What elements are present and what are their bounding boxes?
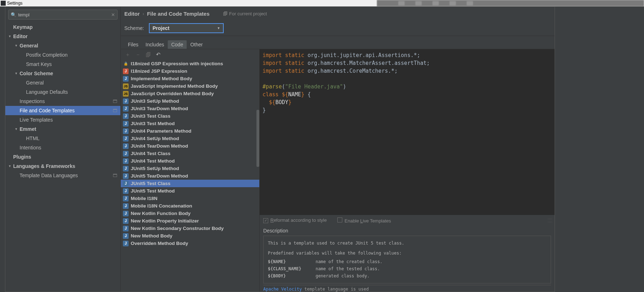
- template-row[interactable]: JJUnit5 Test Class: [121, 180, 259, 187]
- tree-item[interactable]: ▼Color Scheme: [5, 69, 120, 78]
- template-row[interactable]: JJUnit5 SetUp Method: [121, 165, 259, 172]
- tab-code[interactable]: Code: [168, 40, 187, 49]
- template-label: JavaScript Overridden Method Body: [131, 91, 214, 96]
- disclosure-arrow-icon: ▼: [15, 127, 19, 131]
- template-code-editor[interactable]: import static org.junit.jupiter.api.Asse…: [260, 49, 555, 215]
- tree-item[interactable]: Smart Keys: [5, 60, 120, 69]
- add-button[interactable]: ＋: [125, 51, 130, 58]
- template-row[interactable]: JJUnit4 Parameters Method: [121, 127, 259, 135]
- template-label: Overridden Method Body: [131, 241, 188, 246]
- java-file-icon: J: [123, 158, 129, 164]
- search-field-wrap[interactable]: 🔍 ✕: [8, 10, 118, 20]
- template-row[interactable]: JImplemented Method Body: [121, 75, 259, 82]
- copy-button[interactable]: 🗐: [146, 52, 151, 58]
- tab-other[interactable]: Other: [187, 40, 206, 49]
- settings-sidebar: 🔍 ✕ Keymap▼Editor▼GeneralPostfix Complet…: [5, 7, 121, 292]
- template-row[interactable]: JMobile I18N: [121, 195, 259, 202]
- description-box: This is a template used to create JUnit …: [263, 236, 551, 283]
- remove-button[interactable]: －: [135, 51, 141, 58]
- variable-value: name of the tested class.: [316, 265, 383, 272]
- template-row[interactable]: JMobile I18N Concatenation: [121, 202, 259, 210]
- template-row[interactable]: JJUnit4 Test Class: [121, 150, 259, 157]
- svg-rect-5: [113, 174, 117, 175]
- template-label: JUnit3 TearDown Method: [131, 106, 188, 111]
- variable-row: ${BODY}generated class body.: [268, 272, 383, 280]
- resize-grip-icon[interactable]: ::::::::: [548, 217, 552, 224]
- tree-item-label: Template Data Languages: [20, 173, 78, 178]
- tree-item[interactable]: File and Code Templates: [5, 106, 120, 115]
- template-row[interactable]: JJUnit5 Test Method: [121, 187, 259, 195]
- settings-dialog: 🔍 ✕ Keymap▼Editor▼GeneralPostfix Complet…: [5, 6, 555, 292]
- template-row[interactable]: JJUnit4 SetUp Method: [121, 135, 259, 142]
- template-row[interactable]: JJUnit3 Test Method: [121, 120, 259, 127]
- disclosure-arrow-icon: ▼: [8, 164, 12, 168]
- tree-item[interactable]: HTML: [5, 134, 120, 143]
- language-note-rest: template language is used: [302, 287, 369, 292]
- template-row[interactable]: JSJavaScript Implemented Method Body: [121, 82, 259, 90]
- template-label: JUnit3 SetUp Method: [131, 98, 179, 104]
- tree-item[interactable]: Intentions: [5, 143, 120, 152]
- tree-item[interactable]: ▼Emmet: [5, 124, 120, 134]
- checkbox-icon: [337, 217, 342, 222]
- template-row[interactable]: 🔒I18nized GSP Expression with injections: [121, 60, 259, 67]
- template-row[interactable]: JI18nized JSP Expression: [121, 67, 259, 75]
- template-list[interactable]: 🔒I18nized GSP Expression with injections…: [121, 60, 259, 292]
- java-file-icon: J: [123, 151, 129, 157]
- tab-files[interactable]: Files: [124, 40, 142, 49]
- tree-item-label: Plugins: [13, 154, 31, 160]
- variable-table: ${NAME}name of the created class.${CLASS…: [268, 258, 383, 280]
- template-row[interactable]: JJUnit3 SetUp Method: [121, 97, 259, 105]
- template-row[interactable]: JJUnit3 TearDown Method: [121, 105, 259, 112]
- breadcrumb-sep-icon: ›: [142, 11, 144, 16]
- tree-item[interactable]: Live Templates: [5, 115, 120, 124]
- clear-search-icon[interactable]: ✕: [111, 12, 115, 17]
- template-row[interactable]: JNew Kotlin Property Initializer: [121, 217, 259, 225]
- settings-tree[interactable]: Keymap▼Editor▼GeneralPostfix CompletionS…: [5, 22, 120, 292]
- js-file-icon: JS: [123, 91, 129, 97]
- template-label: JUnit3 Test Method: [131, 121, 175, 126]
- tab-includes[interactable]: Includes: [142, 40, 168, 49]
- template-row[interactable]: JOverridden Method Body: [121, 240, 259, 247]
- tree-item[interactable]: Inspections: [5, 97, 120, 106]
- tree-item-label: Languages & Frameworks: [13, 163, 75, 169]
- tree-item[interactable]: General: [5, 78, 120, 87]
- apache-velocity-link[interactable]: Apache Velocity: [263, 287, 302, 292]
- svg-rect-1: [113, 100, 117, 101]
- scrollbar-thumb[interactable]: [256, 110, 259, 167]
- template-row[interactable]: JJUnit4 TearDown Method: [121, 142, 259, 150]
- tree-item-label: General: [20, 43, 38, 48]
- jsp-file-icon: J: [123, 68, 129, 74]
- tree-item[interactable]: Template Data Languages: [5, 171, 120, 180]
- template-row[interactable]: JNew Kotlin Secondary Constructor Body: [121, 225, 259, 232]
- variable-value: name of the created class.: [316, 258, 383, 265]
- scheme-dropdown[interactable]: Project ▼: [149, 23, 224, 33]
- template-row[interactable]: JJUnit3 Test Class: [121, 112, 259, 120]
- template-row[interactable]: JJUnit4 Test Method: [121, 157, 259, 165]
- tree-item-label: Postfix Completion: [26, 52, 68, 58]
- tree-item[interactable]: ▼Editor: [5, 32, 120, 41]
- tree-item[interactable]: Postfix Completion: [5, 50, 120, 60]
- template-label: Mobile I18N: [131, 196, 157, 201]
- template-row[interactable]: JNew Kotlin Function Body: [121, 210, 259, 217]
- variable-key: ${CLASS_NAME}: [268, 265, 316, 272]
- reformat-checkbox[interactable]: ✓Reformat according to style: [263, 217, 327, 223]
- scheme-value: Project: [152, 25, 169, 31]
- tree-item[interactable]: Language Defaults: [5, 87, 120, 97]
- template-row[interactable]: JNew Method Body: [121, 232, 259, 240]
- live-templates-checkbox[interactable]: Enable Live Templates: [337, 217, 391, 224]
- disclosure-arrow-icon: ▼: [15, 72, 19, 75]
- tree-item[interactable]: Keymap: [5, 22, 120, 32]
- template-row[interactable]: JJUnit5 TearDown Method: [121, 172, 259, 180]
- breadcrumb-row: Editor › File and Code Templates 🗐 For c…: [121, 7, 555, 20]
- template-row[interactable]: JSJavaScript Overridden Method Body: [121, 90, 259, 97]
- tree-item[interactable]: ▼General: [5, 41, 120, 50]
- checkbox-icon: ✓: [263, 218, 268, 223]
- scheme-label: Scheme:: [124, 25, 144, 31]
- tree-item[interactable]: ▼Languages & Frameworks: [5, 162, 120, 171]
- disclosure-arrow-icon: ▼: [15, 44, 19, 47]
- revert-button[interactable]: ↶: [156, 51, 161, 58]
- search-input[interactable]: [18, 12, 109, 17]
- tree-item-label: Emmet: [20, 126, 36, 132]
- tree-item-label: Keymap: [13, 24, 32, 30]
- tree-item[interactable]: Plugins: [5, 152, 120, 162]
